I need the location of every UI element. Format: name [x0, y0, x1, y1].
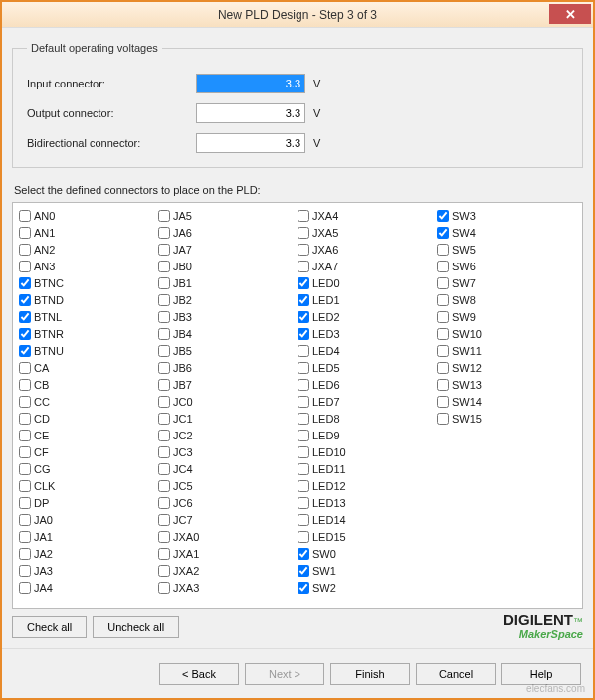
connector-checkbox[interactable]	[158, 277, 170, 289]
connector-item[interactable]: SW0	[298, 545, 437, 562]
connector-item[interactable]: SW8	[437, 291, 576, 308]
connector-checkbox[interactable]	[298, 345, 309, 357]
voltage-input[interactable]	[196, 103, 305, 123]
connector-checkbox[interactable]	[298, 582, 309, 594]
connector-checkbox[interactable]	[437, 413, 449, 425]
connector-item[interactable]: CLK	[19, 477, 158, 494]
connector-checkbox[interactable]	[158, 311, 170, 323]
connector-item[interactable]: JA4	[19, 579, 158, 596]
connector-item[interactable]: SW11	[437, 342, 576, 359]
connector-item[interactable]: LED2	[298, 308, 437, 325]
connector-item[interactable]: BTND	[19, 291, 158, 308]
connector-item[interactable]: JC7	[158, 511, 298, 528]
connector-item[interactable]: CA	[19, 359, 158, 376]
connector-item[interactable]: JA6	[158, 224, 298, 241]
connector-checkbox[interactable]	[19, 294, 31, 306]
connector-checkbox[interactable]	[437, 294, 449, 306]
connector-checkbox[interactable]	[298, 362, 309, 374]
connector-item[interactable]: LED9	[298, 427, 437, 443]
connector-checkbox[interactable]	[19, 514, 31, 526]
connector-item[interactable]: JB2	[158, 291, 298, 308]
connector-item[interactable]: JA5	[158, 207, 298, 224]
connector-checkbox[interactable]	[158, 497, 170, 509]
connector-item[interactable]: JC3	[158, 443, 298, 460]
connector-checkbox[interactable]	[437, 328, 449, 340]
connector-checkbox[interactable]	[158, 379, 170, 391]
connector-checkbox[interactable]	[437, 379, 449, 391]
connector-item[interactable]: AN3	[19, 258, 158, 274]
connector-checkbox[interactable]	[19, 345, 31, 357]
connector-item[interactable]: SW2	[298, 579, 437, 596]
connector-item[interactable]: SW1	[298, 562, 437, 579]
connector-checkbox[interactable]	[158, 362, 170, 374]
connector-item[interactable]: CD	[19, 410, 158, 427]
check-all-button[interactable]: Check all	[12, 616, 87, 638]
connector-item[interactable]: JB5	[158, 342, 298, 359]
connector-item[interactable]: SW4	[437, 224, 576, 241]
connector-checkbox[interactable]	[158, 446, 170, 458]
connector-item[interactable]: JA3	[19, 562, 158, 579]
connector-item[interactable]: JC1	[158, 410, 298, 427]
connector-checkbox[interactable]	[437, 396, 449, 408]
connector-item[interactable]: CF	[19, 443, 158, 460]
connector-item[interactable]: AN1	[19, 224, 158, 241]
connector-item[interactable]: BTNL	[19, 308, 158, 325]
connector-item[interactable]: LED4	[298, 342, 437, 359]
connector-checkbox[interactable]	[298, 514, 309, 526]
connector-item[interactable]: CB	[19, 376, 158, 393]
connector-item[interactable]: LED1	[298, 291, 437, 308]
connector-checkbox[interactable]	[437, 227, 449, 239]
connector-checkbox[interactable]	[158, 582, 170, 594]
connector-item[interactable]: DP	[19, 494, 158, 511]
connector-item[interactable]: JB4	[158, 325, 298, 342]
connector-item[interactable]: LED3	[298, 325, 437, 342]
connector-checkbox[interactable]	[158, 463, 170, 475]
connector-item[interactable]: JA1	[19, 528, 158, 545]
connector-checkbox[interactable]	[19, 227, 31, 239]
connector-checkbox[interactable]	[437, 311, 449, 323]
connector-checkbox[interactable]	[437, 277, 449, 289]
connector-item[interactable]: LED11	[298, 460, 437, 477]
connector-item[interactable]: JXA6	[298, 241, 437, 258]
connector-item[interactable]: SW6	[437, 258, 576, 274]
connector-item[interactable]: JXA4	[298, 207, 437, 224]
connector-item[interactable]: JXA0	[158, 528, 298, 545]
connector-checkbox[interactable]	[437, 362, 449, 374]
connector-checkbox[interactable]	[298, 446, 309, 458]
connector-item[interactable]: LED8	[298, 410, 437, 427]
connector-checkbox[interactable]	[298, 311, 309, 323]
connector-item[interactable]: JB1	[158, 274, 298, 291]
connector-item[interactable]: BTNC	[19, 274, 158, 291]
connector-item[interactable]: JC0	[158, 393, 298, 410]
connector-item[interactable]: JA0	[19, 511, 158, 528]
cancel-button[interactable]: Cancel	[416, 663, 496, 685]
connector-item[interactable]: JB3	[158, 308, 298, 325]
connector-checkbox[interactable]	[19, 497, 31, 509]
connector-checkbox[interactable]	[19, 277, 31, 289]
connector-item[interactable]: SW9	[437, 308, 576, 325]
connector-checkbox[interactable]	[158, 396, 170, 408]
connector-item[interactable]: CG	[19, 460, 158, 477]
connector-item[interactable]: JB0	[158, 258, 298, 274]
next-button[interactable]: Next >	[245, 663, 324, 685]
connector-item[interactable]: JXA7	[298, 258, 437, 274]
connector-checkbox[interactable]	[298, 261, 309, 272]
connector-checkbox[interactable]	[19, 328, 31, 340]
connector-checkbox[interactable]	[298, 379, 309, 391]
connector-checkbox[interactable]	[437, 345, 449, 357]
connector-item[interactable]: LED7	[298, 393, 437, 410]
connector-item[interactable]: JC2	[158, 427, 298, 443]
connector-checkbox[interactable]	[298, 277, 309, 289]
connector-checkbox[interactable]	[158, 480, 170, 492]
connector-checkbox[interactable]	[19, 311, 31, 323]
connector-item[interactable]: SW15	[437, 410, 576, 427]
connector-checkbox[interactable]	[19, 362, 31, 374]
connector-item[interactable]: SW10	[437, 325, 576, 342]
connector-checkbox[interactable]	[158, 531, 170, 543]
connector-checkbox[interactable]	[19, 244, 31, 256]
finish-button[interactable]: Finish	[330, 663, 410, 685]
close-button[interactable]: ✕	[549, 4, 591, 24]
connector-checkbox[interactable]	[298, 430, 309, 441]
connector-checkbox[interactable]	[158, 294, 170, 306]
connector-checkbox[interactable]	[298, 531, 309, 543]
